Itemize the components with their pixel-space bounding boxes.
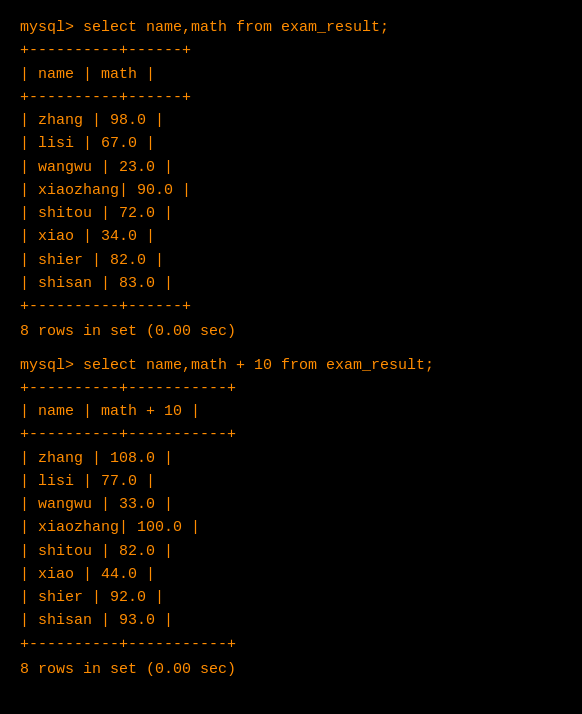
query2-rows: | zhang | 108.0 || lisi | 77.0 || wangwu… <box>20 447 562 633</box>
query1-result: 8 rows in set (0.00 sec) <box>20 320 562 343</box>
table-row: | shier | 92.0 | <box>20 586 562 609</box>
query1-block: mysql> select name,math from exam_result… <box>20 16 562 344</box>
table-row: | wangwu | 23.0 | <box>20 156 562 179</box>
query1-sep-bot: +----------+------+ <box>20 295 562 318</box>
table-row: | zhang | 108.0 | <box>20 447 562 470</box>
query1-prompt: mysql> select name,math from exam_result… <box>20 16 562 39</box>
table-row: | lisi | 67.0 | <box>20 132 562 155</box>
query2-sep-mid: +----------+-----------+ <box>20 423 562 446</box>
table-row: | lisi | 77.0 | <box>20 470 562 493</box>
table-row: | zhang | 98.0 | <box>20 109 562 132</box>
terminal-container: mysql> select name,math from exam_result… <box>10 8 572 689</box>
table-row: | xiaozhang| 90.0 | <box>20 179 562 202</box>
query1-header: | name | math | <box>20 63 562 86</box>
query2-header: | name | math + 10 | <box>20 400 562 423</box>
query2-prompt: mysql> select name,math + 10 from exam_r… <box>20 354 562 377</box>
query1-sep-mid: +----------+------+ <box>20 86 562 109</box>
table-row: | xiao | 34.0 | <box>20 225 562 248</box>
query2-result: 8 rows in set (0.00 sec) <box>20 658 562 681</box>
query2-sep-top: +----------+-----------+ <box>20 377 562 400</box>
table-row: | xiaozhang| 100.0 | <box>20 516 562 539</box>
table-row: | shitou | 82.0 | <box>20 540 562 563</box>
query1-rows: | zhang | 98.0 || lisi | 67.0 || wangwu … <box>20 109 562 295</box>
table-row: | shier | 82.0 | <box>20 249 562 272</box>
query2-sep-bot: +----------+-----------+ <box>20 633 562 656</box>
query2-block: mysql> select name,math + 10 from exam_r… <box>20 354 562 682</box>
query1-sep-top: +----------+------+ <box>20 39 562 62</box>
table-row: | shitou | 72.0 | <box>20 202 562 225</box>
spacer1 <box>20 344 562 354</box>
table-row: | wangwu | 33.0 | <box>20 493 562 516</box>
table-row: | xiao | 44.0 | <box>20 563 562 586</box>
table-row: | shisan | 83.0 | <box>20 272 562 295</box>
table-row: | shisan | 93.0 | <box>20 609 562 632</box>
